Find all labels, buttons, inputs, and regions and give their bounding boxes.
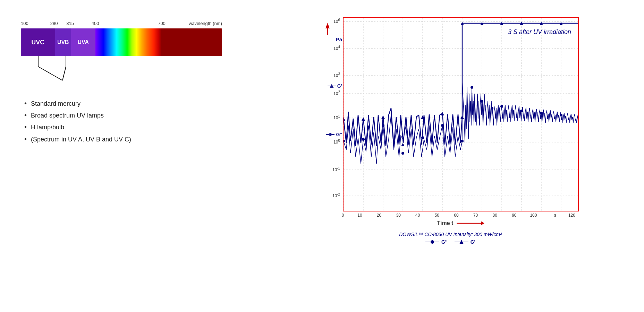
gprime-icon — [328, 84, 336, 88]
y-tick-m1: 10-1 — [332, 166, 340, 172]
chart-annotation: 3 S after UV irradiation — [508, 28, 571, 36]
y-tick-6: 106 — [333, 18, 340, 24]
bullet-item-3: H lamp/bulb — [24, 121, 257, 133]
x-ticks: 0 10 20 30 40 50 60 70 80 90 100 s 120 — [343, 213, 579, 218]
bullet-item-2: Broad spectrum UV lamps — [24, 110, 257, 121]
legend-gdprime-icon — [425, 240, 439, 244]
bullet-item-1: Standard mercury — [24, 98, 257, 110]
wavelength-100: 100 — [21, 21, 28, 26]
x-tick-40: 40 — [415, 213, 420, 218]
x-tick-50: 50 — [435, 213, 439, 218]
x-tick-s: s — [554, 213, 556, 218]
uva-segment: UVA — [71, 28, 95, 56]
x-axis-label: Time t — [437, 220, 454, 226]
svg-marker-52 — [460, 115, 464, 119]
svg-point-39 — [481, 100, 483, 103]
svg-line-1 — [38, 67, 62, 80]
svg-rect-5 — [327, 28, 328, 35]
bracket-svg — [21, 56, 222, 87]
svg-point-41 — [500, 105, 503, 108]
gdprime-icon — [326, 132, 334, 137]
wavelength-700: 700 — [158, 21, 166, 26]
chart-legend: G'' G' — [425, 239, 475, 245]
y-tick-m2: 10-2 — [332, 192, 340, 198]
wavelength-400: 400 — [92, 21, 99, 26]
svg-point-34 — [401, 152, 404, 155]
svg-line-3 — [62, 67, 66, 80]
left-panel: 100 280 315 400 700 wavelength (nm) UVC … — [21, 14, 257, 145]
x-axis-label-container: Time t — [343, 220, 579, 227]
svg-point-42 — [520, 110, 523, 112]
spectrum-bar: UVC UVB UVA — [21, 28, 222, 56]
y-tick-1: 101 — [333, 114, 340, 120]
svg-point-9 — [329, 133, 332, 136]
x-axis-arrow — [457, 220, 484, 227]
svg-point-44 — [560, 114, 562, 116]
gdprime-label: G'' — [326, 132, 342, 137]
visible-segment — [95, 28, 162, 56]
pa-label: Pa — [336, 36, 342, 42]
y-axis-container: 106 104 103 102 101 100 10-1 10-2 Pa G' — [322, 17, 343, 211]
chart-grid-svg — [344, 18, 578, 211]
x-tick-60: 60 — [454, 213, 458, 218]
legend-gprime-icon — [455, 240, 468, 244]
ir-segment — [162, 28, 222, 56]
chart-caption: DOWSIL™ CC-8030 UV Intensity: 300 mW/cm² — [399, 232, 502, 237]
svg-marker-61 — [481, 221, 484, 225]
bullet-list: Standard mercury Broad spectrum UV lamps… — [21, 98, 257, 145]
svg-point-43 — [540, 112, 543, 114]
gprime-line — [344, 23, 578, 146]
svg-marker-49 — [401, 143, 405, 146]
svg-point-63 — [431, 240, 434, 244]
x-tick-90: 90 — [512, 213, 516, 218]
chart-area: 3 S after UV irradiation — [343, 17, 579, 211]
legend-gdprime-label: G'' — [441, 239, 448, 245]
x-tick-80: 80 — [493, 213, 497, 218]
svg-point-32 — [362, 138, 365, 141]
x-tick-10: 10 — [357, 213, 362, 218]
wavelength-315: 315 — [66, 21, 74, 26]
y-axis-arrow — [324, 23, 331, 37]
svg-marker-47 — [362, 117, 365, 121]
x-tick-70: 70 — [473, 213, 478, 218]
gprime-triangles — [344, 22, 578, 146]
svg-point-37 — [461, 140, 464, 142]
svg-point-38 — [471, 86, 473, 89]
chart-wrapper: 106 104 103 102 101 100 10-1 10-2 Pa G' — [322, 17, 579, 227]
svg-marker-48 — [381, 115, 385, 119]
legend-gdprime: G'' — [425, 239, 448, 245]
spectrum-container: 100 280 315 400 700 wavelength (nm) UVC … — [21, 21, 257, 87]
bullet-item-4: (Spectrum in UV A, UV B and UV C) — [24, 133, 257, 145]
legend-gprime-label: G' — [471, 239, 475, 245]
right-panel: 106 104 103 102 101 100 10-1 10-2 Pa G' — [257, 14, 623, 245]
x-tick-100: 100 — [530, 213, 537, 218]
wavelength-unit: wavelength (nm) — [189, 21, 222, 26]
gprime-label: G' — [328, 83, 342, 89]
svg-marker-4 — [325, 23, 330, 28]
y-tick-3: 103 — [333, 72, 340, 78]
wavelength-280: 280 — [50, 21, 58, 26]
x-tick-120: 120 — [568, 213, 575, 218]
y-tick-0: 100 — [333, 139, 340, 145]
y-tick-4: 104 — [333, 45, 340, 51]
uvb-segment: UVB — [55, 28, 71, 56]
x-tick-0: 0 — [342, 213, 344, 218]
x-tick-30: 30 — [396, 213, 400, 218]
svg-point-40 — [491, 107, 493, 110]
y-tick-2: 102 — [333, 90, 340, 96]
legend-gprime: G' — [455, 239, 475, 245]
x-tick-20: 20 — [377, 213, 381, 218]
uvc-segment: UVC — [21, 28, 55, 56]
